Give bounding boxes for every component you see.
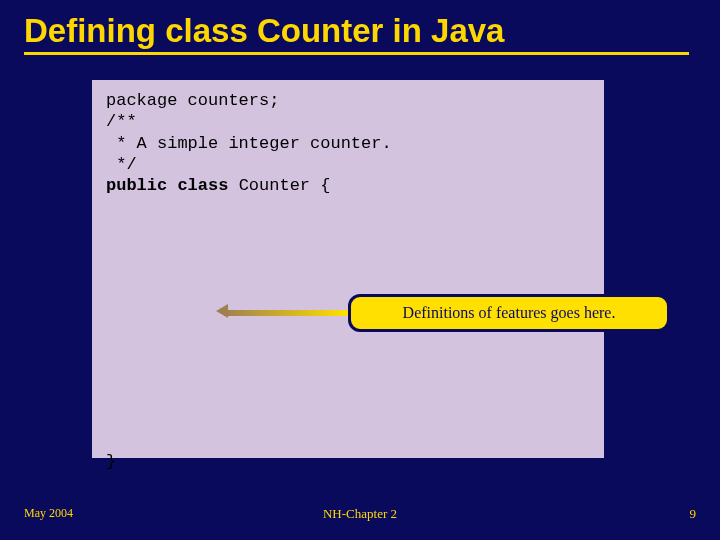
callout-arrow-head-icon	[216, 304, 228, 318]
slide-footer: May 2004 NH-Chapter 2 9	[0, 506, 720, 526]
code-line: */	[106, 155, 137, 174]
code-line: }	[106, 452, 116, 471]
footer-page-number: 9	[690, 506, 697, 522]
code-panel: package counters; /** * A simple integer…	[92, 80, 604, 458]
footer-chapter: NH-Chapter 2	[0, 506, 720, 522]
callout-box: Definitions of features goes here.	[348, 294, 670, 332]
code-line: package counters;	[106, 91, 279, 110]
title-underline	[24, 52, 689, 55]
code-line: /**	[106, 112, 137, 131]
callout-text: Definitions of features goes here.	[403, 304, 616, 322]
code-line: * A simple integer counter.	[106, 134, 392, 153]
callout-arrow-line	[224, 310, 348, 316]
code-block: package counters; /** * A simple integer…	[106, 90, 590, 473]
slide-title: Defining class Counter in Java	[0, 0, 720, 52]
code-keyword: class	[177, 176, 228, 195]
code-line: Counter {	[228, 176, 330, 195]
code-keyword: public	[106, 176, 167, 195]
